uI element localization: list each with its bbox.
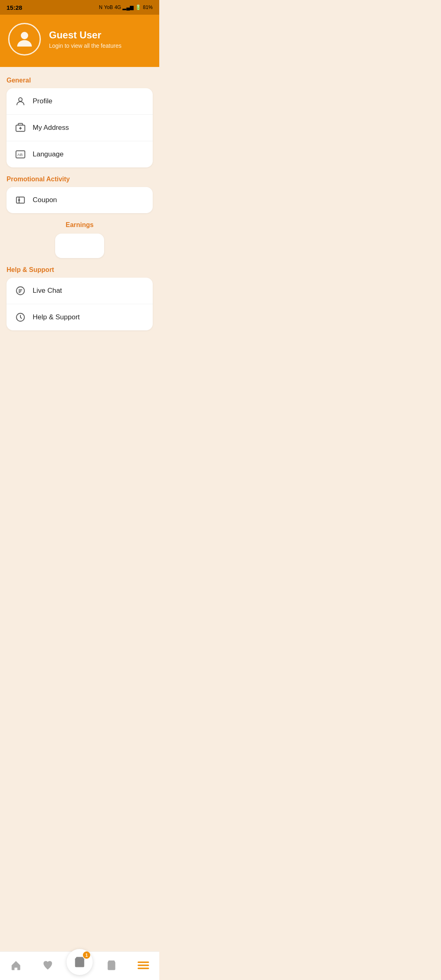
profile-label: Profile <box>33 97 52 105</box>
language-item[interactable]: AB Language <box>7 141 153 167</box>
general-section-label: General <box>7 77 153 84</box>
coupon-icon <box>15 194 26 206</box>
live-chat-label: Live Chat <box>33 287 62 295</box>
promotional-section-label: Promotional Activity <box>7 176 153 183</box>
username: Guest User <box>49 29 121 41</box>
address-label: My Address <box>33 124 69 132</box>
battery-icon: 🔋 <box>135 4 141 10</box>
user-avatar-icon <box>13 28 36 50</box>
status-bar: 15:28 N YoB 4G ▂▄▆ 🔋 81% <box>0 0 159 15</box>
signal-icon: 4G <box>114 4 121 10</box>
profile-item[interactable]: Profile <box>7 88 153 115</box>
svg-text:AB: AB <box>17 152 22 157</box>
help-icon <box>15 312 26 323</box>
yob-icon: YoB <box>104 4 113 10</box>
my-address-item[interactable]: My Address <box>7 115 153 141</box>
language-label: Language <box>33 150 64 158</box>
login-subtitle: Login to view all the features <box>49 42 121 49</box>
general-card: Profile My Address AB Language <box>7 88 153 167</box>
help-support-item[interactable]: Help & Support <box>7 304 153 330</box>
earnings-card[interactable] <box>55 234 104 258</box>
header-text: Guest User Login to view all the feature… <box>49 29 121 49</box>
svg-point-1 <box>19 98 22 101</box>
profile-icon <box>15 96 26 107</box>
address-icon <box>15 122 26 134</box>
svg-rect-7 <box>16 197 24 203</box>
status-icons: N YoB 4G ▂▄▆ 🔋 81% <box>99 4 153 10</box>
header: Guest User Login to view all the feature… <box>0 15 159 67</box>
avatar[interactable] <box>8 23 41 56</box>
promotional-card: Coupon <box>7 187 153 213</box>
earnings-section: Earnings <box>7 221 153 258</box>
coupon-item[interactable]: Coupon <box>7 187 153 213</box>
battery-level: 81% <box>143 4 153 10</box>
status-time: 15:28 <box>7 4 22 11</box>
help-support-card: Live Chat Help & Support <box>7 278 153 330</box>
svg-point-9 <box>16 287 24 295</box>
live-chat-item[interactable]: Live Chat <box>7 278 153 304</box>
signal-bars: ▂▄▆ <box>122 4 134 10</box>
help-support-section-label: Help & Support <box>7 266 153 274</box>
live-chat-icon <box>15 285 26 296</box>
content: General Profile My Address <box>0 67 159 379</box>
svg-point-0 <box>21 32 28 39</box>
language-icon: AB <box>15 149 26 160</box>
earnings-label: Earnings <box>66 221 94 229</box>
help-support-label: Help & Support <box>33 313 80 321</box>
coupon-label: Coupon <box>33 196 57 204</box>
network-icon: N <box>99 4 102 10</box>
